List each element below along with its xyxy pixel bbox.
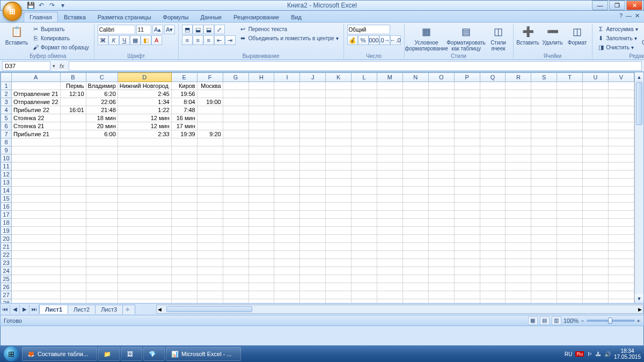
cell-J26[interactable] (300, 283, 326, 291)
cell-U21[interactable] (583, 243, 609, 251)
tab-nav-prev-icon[interactable]: ◀ (10, 305, 20, 314)
cell-K15[interactable] (326, 195, 352, 203)
cell-V5[interactable] (609, 114, 634, 122)
minimize-button[interactable]: — (592, 1, 608, 10)
cell-H14[interactable] (248, 187, 274, 195)
cell-H28[interactable] (248, 299, 274, 304)
cell-C3[interactable]: 22:06 (86, 98, 118, 106)
wrap-text-button[interactable]: ↩Перенос текста (238, 25, 340, 33)
cell-V18[interactable] (609, 219, 634, 227)
cell-H27[interactable] (248, 291, 274, 299)
cell-R7[interactable] (506, 130, 531, 138)
cell-B24[interactable] (60, 267, 86, 275)
cell-T3[interactable] (557, 98, 583, 106)
fx-icon[interactable]: fx (57, 63, 67, 69)
cell-S14[interactable] (531, 187, 557, 195)
cell-Q13[interactable] (480, 179, 506, 187)
fill-color-button[interactable]: ◧ (141, 35, 151, 45)
taskbar-item-3[interactable]: 💎 (143, 347, 165, 361)
cell-Q5[interactable] (480, 114, 506, 122)
cell-C7[interactable]: 6:00 (86, 130, 118, 138)
column-header-I[interactable]: I (274, 73, 300, 82)
cell-C5[interactable]: 18 мин (86, 114, 118, 122)
cell-R14[interactable] (506, 187, 531, 195)
align-middle-icon[interactable]: ⬓ (193, 25, 203, 34)
cell-O25[interactable] (428, 275, 454, 283)
cell-Q6[interactable] (480, 122, 506, 130)
cell-G7[interactable] (223, 130, 248, 138)
cell-L3[interactable] (352, 98, 377, 106)
cell-K12[interactable] (326, 171, 352, 179)
cell-F3[interactable]: 19:00 (197, 98, 223, 106)
cell-Q17[interactable] (480, 211, 506, 219)
font-size-select[interactable] (136, 25, 151, 34)
cell-Q26[interactable] (480, 283, 506, 291)
column-header-U[interactable]: U (583, 73, 609, 82)
column-header-F[interactable]: F (197, 73, 223, 82)
cell-V1[interactable] (609, 82, 634, 90)
cell-E22[interactable] (171, 251, 197, 259)
view-page-break-icon[interactable]: ▥ (552, 316, 561, 325)
cell-I11[interactable] (274, 162, 300, 171)
cell-H2[interactable] (248, 90, 274, 98)
cell-P23[interactable] (454, 259, 480, 267)
tab-data[interactable]: Данные (194, 12, 228, 22)
cell-G16[interactable] (223, 203, 248, 211)
row-header-21[interactable]: 21 (1, 243, 12, 251)
cell-S12[interactable] (531, 171, 557, 179)
cell-P22[interactable] (454, 251, 480, 259)
view-normal-icon[interactable]: ▦ (528, 316, 538, 325)
cell-R10[interactable] (506, 154, 531, 162)
cell-B1[interactable]: Пермь (60, 82, 86, 90)
cell-I14[interactable] (274, 187, 300, 195)
cell-L19[interactable] (352, 227, 377, 235)
cell-M16[interactable] (377, 203, 403, 211)
border-button[interactable]: ▦ (130, 35, 141, 45)
cell-P2[interactable] (454, 90, 480, 98)
tray-volume-icon[interactable]: 🔊 (604, 351, 611, 357)
cell-I12[interactable] (274, 171, 300, 179)
name-box[interactable]: D37 (2, 61, 50, 71)
cell-S20[interactable] (531, 235, 557, 243)
cell-A24[interactable] (11, 267, 60, 275)
cell-T28[interactable] (557, 299, 583, 304)
cell-E8[interactable] (171, 138, 197, 146)
cell-F21[interactable] (197, 243, 223, 251)
cell-Q3[interactable] (480, 98, 506, 106)
cell-A6[interactable]: Стоянка 21 (11, 122, 60, 130)
cell-F15[interactable] (197, 195, 223, 203)
cell-U9[interactable] (583, 146, 609, 154)
cell-R25[interactable] (506, 275, 531, 283)
cell-K27[interactable] (326, 291, 352, 299)
cell-I26[interactable] (274, 283, 300, 291)
cell-O6[interactable] (428, 122, 454, 130)
cell-G5[interactable] (223, 114, 248, 122)
cell-E1[interactable]: Киров (171, 82, 197, 90)
cell-T20[interactable] (557, 235, 583, 243)
cell-N4[interactable] (402, 106, 428, 114)
cell-Q7[interactable] (480, 130, 506, 138)
cell-T21[interactable] (557, 243, 583, 251)
cell-V20[interactable] (609, 235, 634, 243)
scroll-up-icon[interactable]: ▲ (635, 72, 643, 82)
cell-C24[interactable] (86, 267, 118, 275)
cell-B14[interactable] (60, 187, 86, 195)
cell-B5[interactable] (60, 114, 86, 122)
save-icon[interactable]: 💾 (26, 1, 35, 10)
cell-E25[interactable] (171, 275, 197, 283)
cell-K25[interactable] (326, 275, 352, 283)
cell-O7[interactable] (428, 130, 454, 138)
cell-V16[interactable] (609, 203, 634, 211)
column-header-B[interactable]: B (60, 73, 86, 82)
cell-D25[interactable] (118, 275, 171, 283)
cell-O14[interactable] (428, 187, 454, 195)
cell-O13[interactable] (428, 179, 454, 187)
paste-button[interactable]: 📋 Вставить (5, 25, 28, 47)
cell-J20[interactable] (300, 235, 326, 243)
cell-N25[interactable] (402, 275, 428, 283)
cell-A28[interactable] (11, 299, 60, 304)
cell-I2[interactable] (274, 90, 300, 98)
cell-J13[interactable] (300, 179, 326, 187)
cell-T17[interactable] (557, 211, 583, 219)
cell-M1[interactable] (377, 82, 403, 90)
